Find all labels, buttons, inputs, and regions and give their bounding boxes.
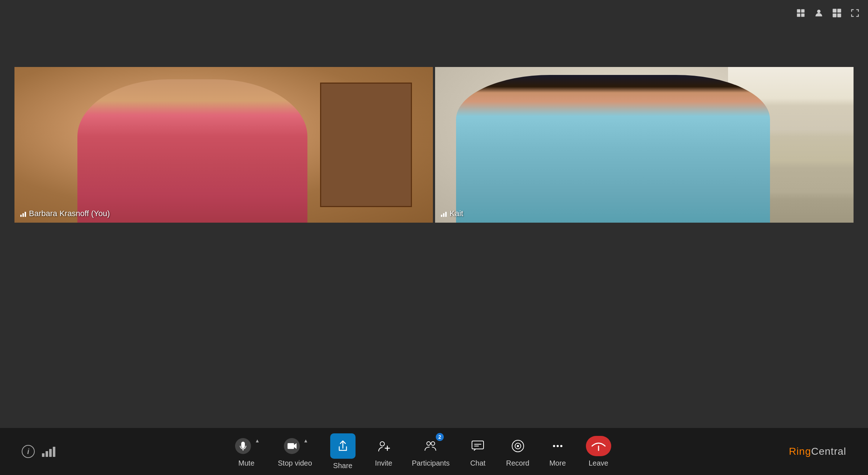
stop-video-label: Stop video xyxy=(278,459,312,467)
record-button[interactable]: Record xyxy=(506,436,529,467)
kait-label: Kait xyxy=(441,209,463,218)
invite-label: Invite xyxy=(375,459,392,467)
svg-rect-3 xyxy=(801,13,804,17)
brand-logo: RingCentral xyxy=(789,446,846,457)
svg-rect-0 xyxy=(797,9,800,13)
video-feed-barbara: Barbara Krasnoff (You) xyxy=(14,67,433,223)
svg-rect-18 xyxy=(472,441,484,449)
ringcentral-text: RingCentral xyxy=(789,446,846,457)
barbara-label: Barbara Krasnoff (You) xyxy=(20,209,110,218)
participants-icon: 2 xyxy=(421,436,441,456)
kait-person xyxy=(456,75,770,223)
svg-point-24 xyxy=(553,445,555,447)
toolbar-left: i xyxy=(22,445,55,458)
svg-point-25 xyxy=(557,445,559,447)
barbara-name: Barbara Krasnoff (You) xyxy=(29,209,110,218)
svg-rect-6 xyxy=(837,9,841,12)
bottom-toolbar: i ▲ Mute xyxy=(0,428,868,475)
leave-icon xyxy=(586,436,611,456)
fullscreen-icon[interactable] xyxy=(848,7,861,20)
stop-video-arrow-icon[interactable]: ▲ xyxy=(303,438,309,444)
svg-rect-5 xyxy=(833,9,837,12)
leave-button[interactable]: Leave xyxy=(586,436,611,467)
info-icon[interactable]: i xyxy=(22,445,35,458)
record-icon xyxy=(508,436,528,456)
chat-button[interactable]: Chat xyxy=(468,436,488,467)
top-toolbar xyxy=(794,7,861,20)
barbara-person xyxy=(77,79,307,223)
more-label: More xyxy=(549,459,566,467)
chat-icon xyxy=(468,436,488,456)
participants-button[interactable]: 2 Participants xyxy=(412,436,450,467)
stop-video-icon xyxy=(282,436,302,456)
stop-video-button[interactable]: ▲ Stop video xyxy=(278,436,312,467)
grid-single-icon[interactable] xyxy=(794,7,807,20)
share-button[interactable]: Share xyxy=(330,433,356,470)
more-icon xyxy=(548,436,568,456)
signal-strength-icon[interactable] xyxy=(42,446,55,457)
leave-label: Leave xyxy=(589,459,609,467)
kait-name: Kait xyxy=(450,209,463,218)
svg-rect-2 xyxy=(797,13,800,17)
participants-label: Participants xyxy=(412,459,450,467)
svg-point-16 xyxy=(427,442,430,445)
barbara-signal-icon xyxy=(20,210,26,217)
participants-badge: 2 xyxy=(436,433,444,441)
svg-point-13 xyxy=(380,442,384,446)
mute-icon xyxy=(233,436,253,456)
chat-label: Chat xyxy=(470,459,485,467)
kait-signal-icon xyxy=(441,210,447,217)
door-decoration xyxy=(320,83,412,207)
record-label: Record xyxy=(506,459,529,467)
mute-label: Mute xyxy=(238,459,254,467)
svg-rect-1 xyxy=(801,9,804,13)
person-view-icon[interactable] xyxy=(812,7,825,20)
svg-rect-12 xyxy=(288,443,294,449)
svg-point-26 xyxy=(560,445,562,447)
video-feed-kait: Kait xyxy=(435,67,854,223)
svg-point-4 xyxy=(817,10,820,13)
mute-button[interactable]: ▲ Mute xyxy=(233,436,260,467)
video-area: Barbara Krasnoff (You) Kait xyxy=(14,67,854,223)
invite-icon xyxy=(374,436,394,456)
svg-rect-8 xyxy=(837,13,841,17)
video-panel-kait: Kait xyxy=(435,67,854,223)
svg-point-23 xyxy=(517,445,519,447)
video-panel-barbara: Barbara Krasnoff (You) xyxy=(14,67,433,223)
grid-multi-icon[interactable] xyxy=(830,7,843,20)
share-label: Share xyxy=(333,462,352,470)
toolbar-center: ▲ Mute ▲ Stop video xyxy=(55,433,789,470)
mute-arrow-icon[interactable]: ▲ xyxy=(255,438,260,444)
more-button[interactable]: More xyxy=(548,436,568,467)
svg-point-17 xyxy=(431,442,435,445)
share-icon xyxy=(330,433,356,459)
invite-button[interactable]: Invite xyxy=(374,436,394,467)
svg-rect-7 xyxy=(833,13,837,17)
